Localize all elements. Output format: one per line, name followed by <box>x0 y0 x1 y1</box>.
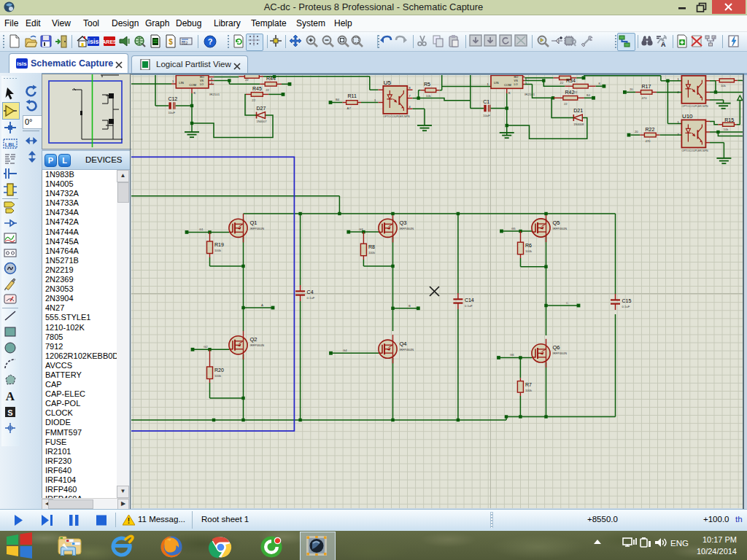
svg-text:isis: isis <box>17 61 27 67</box>
svg-text:A: A <box>661 41 666 48</box>
svg-text:!: ! <box>128 517 130 525</box>
svg-text:LBL: LBL <box>5 141 16 148</box>
svg-text:isis: isis <box>88 38 98 45</box>
svg-text:?: ? <box>208 37 213 46</box>
svg-text:012: 012 <box>182 41 188 45</box>
svg-text:S: S <box>7 408 12 417</box>
svg-text:$: $ <box>169 38 173 46</box>
svg-text:ARES: ARES <box>103 39 116 44</box>
svg-text:A: A <box>6 389 15 403</box>
